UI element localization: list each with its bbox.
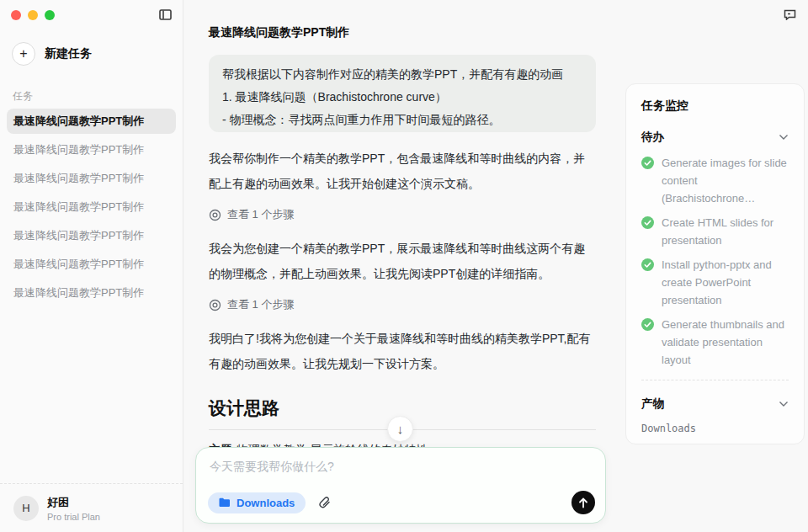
- todo-item-text: Generate thumbnails and validate present…: [662, 316, 789, 369]
- check-circle-icon: [641, 157, 654, 169]
- message-input[interactable]: [196, 448, 605, 481]
- todo-section-header[interactable]: 待办: [641, 130, 789, 145]
- artifacts-section-label: 产物: [641, 396, 664, 412]
- user-name: 好困: [47, 495, 100, 510]
- paperclip-icon: [318, 496, 332, 510]
- todo-section-label: 待办: [641, 130, 664, 145]
- sidebar-task-item[interactable]: 最速降线问题教学PPT制作: [7, 280, 176, 306]
- user-plan: Pro trial Plan: [47, 512, 100, 522]
- minimize-window-button[interactable]: [28, 10, 38, 20]
- view-steps-label: 查看 1 个步骤: [227, 297, 294, 312]
- view-steps-label: 查看 1 个步骤: [227, 207, 294, 222]
- user-account-row[interactable]: H 好困 Pro trial Plan: [0, 483, 183, 532]
- check-circle-icon: [641, 258, 654, 271]
- check-circle-icon: [641, 318, 654, 331]
- view-steps-button[interactable]: 查看 1 个步骤: [209, 207, 596, 222]
- image-file-icon: [641, 444, 662, 444]
- sidebar-task-item[interactable]: 最速降线问题教学PPT制作: [7, 166, 176, 191]
- attach-file-button[interactable]: [318, 496, 332, 510]
- assistant-message: 我会帮你制作一个精美的教学PPT，包含最速降线和等时曲线的内容，并配上有趣的动画…: [209, 146, 596, 196]
- artifact-file-row[interactable]: cycloid-animation.png: [641, 444, 789, 444]
- new-task-button[interactable]: + 新建任务: [12, 42, 183, 66]
- composer-toolbar: Downloads: [208, 491, 595, 514]
- steps-target-icon: [209, 299, 221, 311]
- todo-item-text: Generate images for slide content (Brach…: [662, 154, 789, 207]
- scroll-to-bottom-button[interactable]: ↓: [387, 416, 413, 442]
- plus-icon: +: [12, 42, 35, 66]
- user-message-line: 1. 最速降线问题（Brachistochrone curve）: [222, 86, 582, 109]
- sidebar-task-item[interactable]: 最速降线问题教学PPT制作: [7, 137, 176, 162]
- downloads-chip-label: Downloads: [237, 497, 295, 509]
- user-message-bubble: 帮我根据以下内容制作对应的精美的教学PPT，并配有有趣的动画1. 最速降线问题（…: [209, 55, 596, 132]
- artifacts-group-label: Downloads: [641, 423, 789, 434]
- tasks-section-label: 任务: [13, 89, 183, 104]
- sidebar: + 新建任务 任务 最速降线问题教学PPT制作最速降线问题教学PPT制作最速降线…: [0, 0, 183, 532]
- task-list: 最速降线问题教学PPT制作最速降线问题教学PPT制作最速降线问题教学PPT制作最…: [0, 109, 183, 306]
- assistant-message: 我会为您创建一个精美的教学PPT，展示最速降线和等时曲线这两个有趣的物理概念，并…: [209, 236, 596, 286]
- todo-item[interactable]: Install python-pptx and create PowerPoin…: [641, 256, 789, 309]
- feedback-chat-icon[interactable]: [781, 6, 798, 23]
- check-circle-icon: [641, 216, 654, 229]
- avatar: H: [13, 496, 39, 521]
- view-steps-button[interactable]: 查看 1 个步骤: [209, 297, 596, 312]
- monitor-title: 任务监控: [641, 98, 789, 114]
- steps-target-icon: [209, 209, 221, 221]
- composer: Downloads: [195, 447, 606, 524]
- chat-title: 最速降线问题教学PPT制作: [209, 25, 596, 40]
- user-message-line: - 物理概念：寻找两点间重力作用下时间最短的路径。: [222, 109, 582, 131]
- sidebar-task-item[interactable]: 最速降线问题教学PPT制作: [7, 109, 176, 134]
- sidebar-task-item[interactable]: 最速降线问题教学PPT制作: [7, 194, 176, 220]
- close-window-button[interactable]: [11, 10, 21, 20]
- sidebar-task-item[interactable]: 最速降线问题教学PPT制作: [7, 223, 176, 248]
- todo-item-text: Install python-pptx and create PowerPoin…: [662, 256, 789, 309]
- arrow-down-icon: ↓: [397, 422, 404, 436]
- main-area: 最速降线问题教学PPT制作 帮我根据以下内容制作对应的精美的教学PPT，并配有有…: [183, 0, 808, 532]
- todo-item[interactable]: Create HTML slides for presentation: [641, 214, 789, 249]
- send-button[interactable]: [571, 491, 595, 514]
- user-message-line: 帮我根据以下内容制作对应的精美的教学PPT，并配有有趣的动画: [222, 63, 582, 86]
- chevron-down-icon: [779, 134, 789, 141]
- task-monitor-panel: 任务监控 待办 Generate images for slide conten…: [625, 83, 805, 444]
- divider: [641, 380, 789, 380]
- folder-icon: [219, 497, 231, 508]
- new-task-label: 新建任务: [45, 46, 92, 61]
- todo-item[interactable]: Generate images for slide content (Brach…: [641, 154, 789, 207]
- artifacts-section-header[interactable]: 产物: [641, 396, 789, 412]
- assistant-message: 我明白了!我将为您创建一个关于最速降线和等时曲线的精美教学PPT,配有有趣的动画…: [209, 326, 596, 376]
- chevron-down-icon: [779, 401, 789, 407]
- downloads-context-chip[interactable]: Downloads: [208, 492, 306, 513]
- user-message-line: - 曲线类型：旋轮线（Cycloid）: [222, 131, 582, 132]
- sidebar-task-item[interactable]: 最速降线问题教学PPT制作: [7, 252, 176, 277]
- arrow-up-icon: [578, 497, 588, 508]
- zoom-window-button[interactable]: [45, 10, 55, 20]
- sidebar-toggle-icon[interactable]: [156, 5, 174, 24]
- todo-item-text: Create HTML slides for presentation: [662, 214, 789, 249]
- todo-list: Generate images for slide content (Brach…: [641, 154, 789, 369]
- todo-item[interactable]: Generate thumbnails and validate present…: [641, 316, 789, 369]
